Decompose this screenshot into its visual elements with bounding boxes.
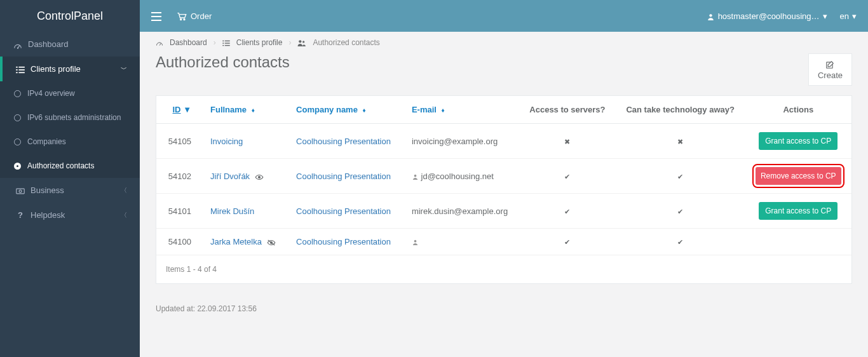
chevron-down-icon: ﹀	[121, 65, 127, 74]
svg-point-27	[414, 175, 417, 177]
chevron-left-icon: 〈	[121, 186, 127, 195]
svg-point-13	[180, 18, 182, 20]
svg-rect-3	[18, 66, 24, 67]
nav-ipv6[interactable]: IPv6 subnets administration	[0, 105, 140, 130]
col-company[interactable]: Company name ♦	[287, 96, 402, 124]
company-link[interactable]: Coolhousing Presentation	[296, 172, 391, 181]
company-link[interactable]: Coolhousing Presentation	[296, 137, 391, 146]
page-title: Authorized contacts	[156, 53, 290, 71]
cell-fullname: Jiří Dvořák	[201, 159, 287, 194]
create-label: Create	[818, 71, 843, 80]
eye-slash-icon	[267, 238, 276, 246]
svg-rect-4	[16, 69, 18, 71]
nav-helpdesk[interactable]: ? Helpdesk 〈	[0, 203, 140, 227]
sidebar-toggle[interactable]	[151, 10, 161, 22]
order-link[interactable]: Order	[177, 11, 212, 21]
user-menu[interactable]: hostmaster@coolhousing… ▾	[707, 11, 827, 20]
brand-title[interactable]: ControlPanel	[0, 0, 140, 32]
cell-access	[519, 159, 616, 194]
circle-icon	[14, 90, 21, 97]
svg-rect-12	[151, 20, 161, 21]
cell-takeaway	[616, 124, 745, 159]
dashboard-icon	[156, 38, 163, 47]
cell-access	[519, 194, 616, 229]
cell-email: invoicing@example.org	[402, 124, 519, 159]
fullname-link[interactable]: Invoicing	[210, 137, 243, 146]
cell-actions: Grant access to CP	[745, 124, 851, 159]
lang-menu[interactable]: en ▾	[840, 11, 857, 21]
svg-rect-11	[151, 16, 161, 17]
breadcrumb-dashboard[interactable]: Dashboard	[170, 38, 207, 47]
svg-point-30	[414, 240, 417, 243]
svg-rect-17	[222, 41, 224, 41]
breadcrumb: Dashboard › Clients profile › Authorized…	[140, 32, 868, 53]
col-takeaway: Can take technology away?	[616, 96, 745, 124]
cell-actions	[745, 229, 851, 255]
svg-rect-10	[151, 12, 161, 13]
col-fullname[interactable]: Fullname ♦	[201, 96, 287, 124]
x-icon	[677, 137, 683, 146]
user-label: hostmaster@coolhousing…	[718, 11, 820, 21]
svg-rect-21	[222, 45, 224, 46]
col-id[interactable]: ID ▼	[156, 96, 201, 124]
cell-company: Coolhousing Presentation	[287, 124, 402, 159]
contacts-table: ID ▼ Fullname ♦ Company name ♦ E-mail ♦ …	[156, 96, 851, 255]
col-email[interactable]: E-mail ♦	[402, 96, 519, 124]
create-button[interactable]: Create	[808, 53, 852, 86]
nav-helpdesk-label: Helpdesk	[31, 210, 65, 220]
cell-id: 54101	[156, 194, 201, 229]
check-icon	[564, 172, 570, 181]
user-icon	[412, 172, 419, 181]
table-row: 54105InvoicingCoolhousing Presentationin…	[156, 124, 851, 159]
question-icon: ?	[15, 210, 25, 220]
topbar: Order hostmaster@coolhousing… ▾ en ▾	[140, 0, 868, 32]
check-icon	[677, 206, 683, 216]
nav-dashboard-label: Dashboard	[28, 39, 69, 49]
table-row: 54101Mirek DušínCoolhousing Presentation…	[156, 194, 851, 229]
user-icon	[707, 11, 715, 20]
cell-takeaway	[616, 159, 745, 194]
cell-email: mirek.dusin@example.org	[402, 194, 519, 229]
check-icon	[677, 237, 683, 246]
svg-rect-8	[17, 189, 24, 194]
svg-line-1	[18, 45, 20, 48]
svg-point-15	[709, 14, 712, 17]
nav-authorized-contacts[interactable]: Authorized contacts	[0, 154, 140, 178]
sort-desc-icon: ▼	[183, 105, 191, 114]
svg-point-23	[299, 41, 302, 43]
svg-point-14	[184, 18, 185, 20]
nav-companies-label: Companies	[27, 137, 66, 146]
sidebar: ControlPanel Dashboard Clients profile ﹀…	[0, 0, 140, 357]
cell-company: Coolhousing Presentation	[287, 194, 402, 229]
caret-down-icon: ▾	[852, 11, 857, 21]
fullname-link[interactable]: Mirek Dušín	[210, 206, 254, 216]
cell-fullname: Mirek Dušín	[201, 194, 287, 229]
breadcrumb-clients[interactable]: Clients profile	[236, 38, 283, 47]
cart-icon	[177, 11, 187, 21]
action-button[interactable]: Grant access to CP	[759, 132, 837, 150]
nav-ipv4[interactable]: IPv4 overview	[0, 81, 140, 105]
nav-business-label: Business	[31, 185, 64, 195]
circle-icon	[14, 138, 21, 145]
nav-business[interactable]: Business 〈	[0, 178, 140, 203]
svg-point-24	[302, 41, 304, 43]
eye-icon	[255, 172, 264, 181]
sort-icon: ♦	[442, 107, 445, 114]
cell-email: jd@coolhousing.net	[402, 159, 519, 194]
fullname-link[interactable]: Jiří Dvořák	[210, 172, 250, 181]
svg-point-9	[19, 190, 22, 192]
nav-companies[interactable]: Companies	[0, 130, 140, 154]
cell-takeaway	[616, 229, 745, 255]
edit-icon	[818, 59, 843, 69]
fullname-link[interactable]: Jarka Metelka	[210, 237, 262, 246]
col-actions: Actions	[745, 96, 851, 124]
svg-point-26	[259, 176, 261, 178]
action-button[interactable]: Grant access to CP	[759, 202, 837, 220]
nav-clients-profile[interactable]: Clients profile ﹀	[0, 57, 140, 81]
company-link[interactable]: Coolhousing Presentation	[296, 206, 391, 216]
svg-rect-19	[222, 43, 224, 43]
company-link[interactable]: Coolhousing Presentation	[296, 237, 391, 246]
nav-dashboard[interactable]: Dashboard	[0, 32, 140, 57]
svg-rect-20	[225, 43, 230, 43]
action-button[interactable]: Remove access to CP	[756, 167, 841, 185]
